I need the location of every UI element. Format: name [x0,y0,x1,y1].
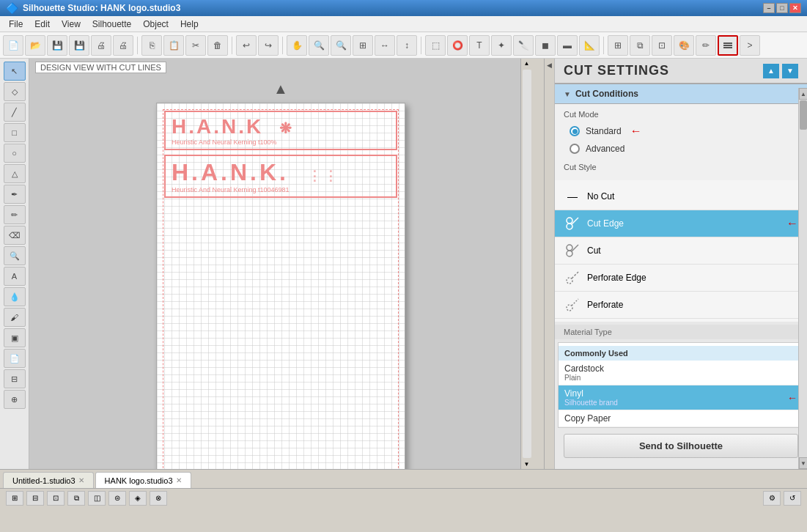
cut-btn[interactable]: ✂ [185,35,206,56]
replicate-button[interactable]: ⧉ [630,35,650,56]
perforate-option[interactable]: Perforate [555,292,807,319]
cut-option[interactable]: Cut [555,237,807,265]
panel-scroll-track[interactable] [799,100,807,457]
pencil-tool[interactable]: ✏ [4,205,26,224]
cut-conditions-header[interactable]: ▼ Cut Conditions [555,84,807,104]
panel-expand-button[interactable]: ▼ [782,64,798,78]
send-to-silhouette-button[interactable]: Send to Silhouette [564,434,798,458]
node-tool[interactable]: ◇ [4,82,26,101]
material-copy-paper[interactable]: Copy Paper [559,410,803,427]
zoom-in-button[interactable]: 🔍 [309,35,329,56]
status-btn-8[interactable]: ⊗ [150,491,167,506]
undo-button[interactable]: ↩ [236,35,257,56]
zoom-fit-button[interactable]: ⊞ [353,35,373,56]
standard-radio[interactable] [570,126,580,136]
delete-button[interactable]: 🗑 [207,35,228,56]
zoom-tool[interactable]: 🔍 [4,246,26,265]
material-vinyl[interactable]: Vinyl Silhouette brand ← [559,385,803,410]
grid-button[interactable]: ⊞ [608,35,628,56]
transform-button[interactable]: ⊡ [652,35,672,56]
paint-tool[interactable]: 🖌 [4,308,26,327]
save-button[interactable]: 💾 [47,35,67,56]
ruler-button[interactable]: 📐 [579,35,600,56]
print2-button[interactable]: 🖨 [113,35,133,56]
media-shape[interactable]: 📄 [4,349,26,368]
settings-btn[interactable]: ⚙ [763,491,781,506]
lasso-button[interactable]: ⭕ [447,35,468,56]
registration[interactable]: ⊕ [4,390,26,409]
status-btn-7[interactable]: ◈ [129,491,147,506]
status-btn-2[interactable]: ⊟ [26,491,44,506]
fill-button[interactable]: ◼ [535,35,556,56]
redo-button[interactable]: ↪ [258,35,279,56]
fill-tool[interactable]: ▣ [4,328,26,347]
pen-tool[interactable]: ✒ [4,185,26,204]
type-button[interactable]: T [469,35,490,56]
mirror-button[interactable]: ↔ [375,35,395,56]
select-tool[interactable]: ↖ [4,62,26,81]
flip-button[interactable]: ↕ [397,35,417,56]
cut-edge-option[interactable]: Cut Edge ← [555,210,807,237]
save-as-button[interactable]: 💾 [69,35,89,56]
perforate-edge-option[interactable]: Perforate Edge [555,265,807,292]
line-button[interactable]: ▬ [557,35,578,56]
panel-toggle[interactable]: ◀ [544,59,554,469]
zoom-out-button[interactable]: 🔍 [331,35,351,56]
scroll-down-button[interactable]: ▼ [523,459,531,469]
sketch-button[interactable]: ✏ [696,35,716,56]
eraser-tool[interactable]: ⌫ [4,226,26,245]
new-button[interactable]: 📄 [3,35,23,56]
send-to-silhouette-btn[interactable]: > [740,35,760,56]
text-tool[interactable]: A [4,267,26,286]
tab-hank[interactable]: HANK logo.studio3 ✕ [95,472,191,488]
line-tool[interactable]: ╱ [4,103,26,122]
svg-line-7 [572,272,578,278]
polygon-tool[interactable]: △ [4,164,26,183]
right-panel-scrollbar[interactable]: ▲ ▼ [798,88,807,469]
menu-silhouette[interactable]: Silhouette [86,18,137,31]
cut-media[interactable]: ⊟ [4,369,26,388]
menu-view[interactable]: View [56,18,86,31]
tab-hank-close[interactable]: ✕ [176,476,182,484]
panel-collapse-button[interactable]: ▲ [763,64,779,78]
panel-scroll-down[interactable]: ▼ [799,457,807,469]
status-btn-1[interactable]: ⊞ [6,491,23,506]
panel-scroll-thumb[interactable] [800,100,807,130]
tab-untitled-close[interactable]: ✕ [78,476,84,484]
mode-standard-option[interactable]: Standard ← [564,122,798,141]
paste-button[interactable]: 📋 [163,35,184,56]
scroll-thumb[interactable] [523,70,531,458]
weld-button[interactable]: ✦ [491,35,512,56]
mode-advanced-option[interactable]: Advanced [564,141,798,157]
no-cut-option[interactable]: — No Cut [555,183,807,210]
status-btn-6[interactable]: ⊜ [108,491,126,506]
vertical-scrollbar[interactable]: ▲ ▼ [520,59,532,469]
knife-button[interactable]: 🔪 [513,35,534,56]
ellipse-tool[interactable]: ○ [4,144,26,163]
status-btn-4[interactable]: ⧉ [67,491,85,506]
minimize-button[interactable]: – [763,3,775,13]
menu-file[interactable]: File [3,18,29,31]
close-button[interactable]: ✕ [789,3,801,13]
rectangle-tool[interactable]: □ [4,123,26,142]
print-button[interactable]: 🖨 [91,35,111,56]
eyedropper-tool[interactable]: 💧 [4,287,26,306]
color-button[interactable]: 🎨 [674,35,694,56]
scroll-up-button[interactable]: ▲ [523,59,531,68]
maximize-button[interactable]: □ [776,3,788,13]
status-btn-3[interactable]: ⊡ [47,491,65,506]
panel-scroll-up[interactable]: ▲ [799,88,807,100]
menu-edit[interactable]: Edit [29,18,56,31]
refresh-btn[interactable]: ↺ [784,491,801,506]
material-cardstock[interactable]: Cardstock Plain [559,361,803,385]
open-button[interactable]: 📂 [25,35,45,56]
status-btn-5[interactable]: ◫ [88,491,106,506]
cut-settings-btn highlighted[interactable] [718,35,738,56]
advanced-radio[interactable] [570,144,580,154]
pan-button[interactable]: ✋ [287,35,307,56]
select-button[interactable]: ⬚ [425,35,446,56]
tab-untitled[interactable]: Untitled-1.studio3 ✕ [3,472,94,488]
copy-button[interactable]: ⎘ [141,35,162,56]
menu-object[interactable]: Object [137,18,174,31]
menu-help[interactable]: Help [174,18,204,31]
